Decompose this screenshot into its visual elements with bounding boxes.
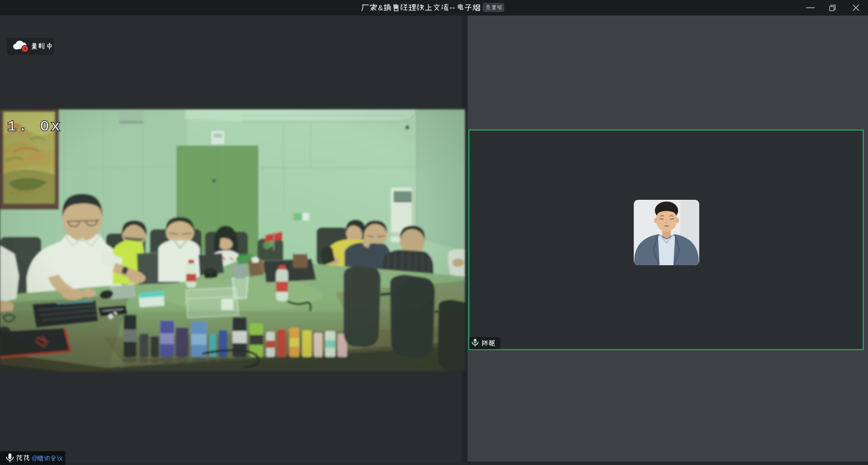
svg-text:--: -- (450, 3, 455, 12)
svg-text:@: @ (31, 455, 37, 462)
svg-text:1. Ox: 1. Ox (7, 118, 62, 135)
svg-text:&: & (378, 4, 383, 12)
